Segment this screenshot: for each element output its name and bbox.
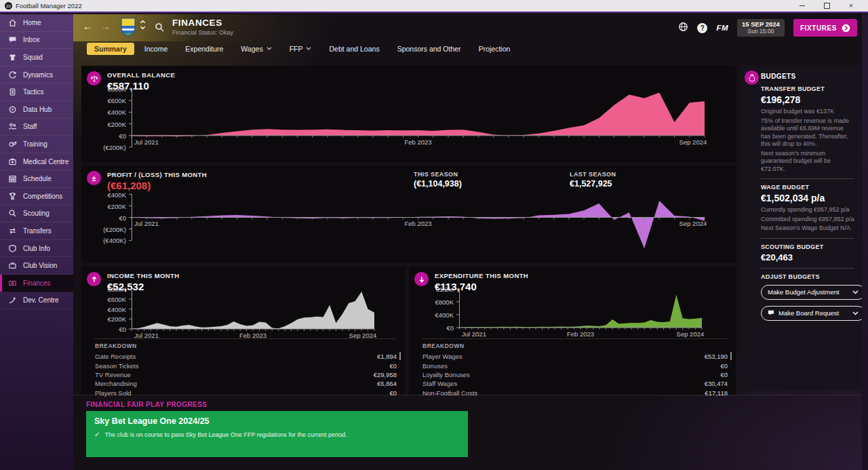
search-icon[interactable] (155, 22, 165, 35)
sidebar-item-tactics[interactable]: Tactics (0, 83, 73, 101)
expenditure-breakdown-scrollbar[interactable] (730, 352, 732, 360)
overall-balance-chart: €800K€600K€400K€200K€0(€200K)Jul 2021Feb… (91, 89, 709, 158)
sidebar-item-scouting[interactable]: Scouting (0, 205, 73, 223)
make-budget-adjustment-button[interactable]: Make Budget Adjustment (761, 285, 865, 300)
wage-budget-label: WAGE BUDGET (761, 184, 854, 191)
divider (761, 238, 854, 239)
income-breakdown-scrollbar[interactable] (399, 352, 401, 360)
club-crest[interactable] (121, 18, 136, 39)
chevron-down-icon (306, 47, 311, 50)
tab-label: FFP (290, 45, 303, 53)
sidebar-item-transfers[interactable]: Transfers (0, 222, 73, 240)
budget-note: Original budget was €137K (761, 108, 854, 116)
close-button[interactable]: × (839, 0, 863, 12)
tab-expenditure[interactable]: Expenditure (178, 43, 231, 55)
sidebar-item-staff[interactable]: Staff (0, 119, 73, 136)
divider (761, 178, 854, 179)
sidebar-item-label: Squad (23, 54, 43, 61)
sidebar-item-finances[interactable]: Finances (0, 275, 73, 292)
x-axis-tick-label: Sep 2024 (679, 220, 707, 227)
income_monthly-plot (132, 286, 376, 337)
income-breakdown-label: BREAKDOWN (95, 342, 397, 349)
this-season-value: (€1,104,938) (414, 179, 462, 189)
y-axis-tick-label: €200K (91, 203, 126, 210)
breakdown-item-name: Player Wages (422, 353, 462, 360)
sidebar-item-label: Transfers (23, 227, 52, 235)
sidebar-item-label: Medical Centre (23, 158, 68, 165)
finances-icon (8, 279, 18, 288)
breakdown-item-value: €0 (389, 362, 397, 370)
x-axis-tick-label: Feb 2023 (567, 330, 594, 338)
profit-month-label: PROFIT / (LOSS) THIS MONTH (107, 171, 207, 178)
tab-label: Projection (479, 45, 511, 53)
sidebar-item-club-vision[interactable]: Club Vision (0, 257, 73, 275)
budget-note: Next season's minimum guaranteed budget … (761, 150, 854, 174)
transfer-budget-label: TRANSFER BUDGET (761, 85, 854, 92)
tab-summary[interactable]: Summary (87, 43, 134, 55)
tab-income[interactable]: Income (137, 43, 175, 55)
last-season-value: €1,527,925 (570, 179, 616, 189)
breakdown-item-value: €0 (389, 389, 397, 397)
ffp-heading: FINANCIAL FAIR PLAY PROGRESS (86, 401, 207, 408)
fixtures-label: FIXTURES (800, 24, 837, 32)
tactics-icon (8, 87, 18, 96)
tab-sponsors-and-other[interactable]: Sponsors and Other (390, 43, 469, 55)
x-axis-tick-label: Jul 2021 (462, 330, 486, 338)
tab-label: Expenditure (185, 45, 223, 53)
sidebar-item-squad[interactable]: Squad (0, 49, 73, 66)
scouting-icon (8, 209, 18, 218)
x-axis-tick-label: Feb 2023 (404, 138, 431, 146)
maximize-button[interactable] (814, 0, 839, 12)
breakdown-item-value: €0 (720, 371, 728, 378)
sidebar-item-label: Competitions (23, 193, 62, 200)
tab-debt-and-loans[interactable]: Debt and Loans (321, 43, 387, 55)
sidebar-item-label: Dynamics (23, 71, 53, 79)
breakdown-row: Loyalty Bonuses€0 (422, 370, 728, 379)
chevron-down-icon (140, 26, 146, 30)
sidebar-item-dynamics[interactable]: Dynamics (0, 66, 73, 84)
chevron-down-icon (852, 290, 859, 294)
overall-balance-label: OVERALL BALANCE (107, 71, 175, 79)
page-title: FINANCES (172, 18, 233, 28)
this-season-label: THIS SEASON (414, 171, 462, 178)
minimize-button[interactable] (790, 0, 814, 12)
fm-logo[interactable]: FM (716, 24, 728, 32)
sidebar-item-label: Club Info (23, 245, 50, 252)
sidebar-item-home[interactable]: Home (0, 14, 73, 32)
crest-stepper[interactable] (140, 20, 146, 30)
back-arrow-icon[interactable]: ← (83, 20, 93, 32)
forward-arrow-icon[interactable]: → (100, 20, 111, 32)
page-title-block: FINANCES Financial Status: Okay (172, 18, 233, 36)
breakdown-item-name: Staff Wages (422, 380, 457, 387)
tab-wages[interactable]: Wages (233, 43, 279, 55)
minimize-icon (800, 5, 805, 6)
sidebar-item-dev-centre[interactable]: Dev. Centre (0, 292, 73, 310)
breakdown-row: Players Sold€0 (95, 389, 397, 397)
tab-projection[interactable]: Projection (471, 43, 518, 55)
help-icon[interactable]: ? (697, 23, 707, 33)
y-axis-tick-label: €600K (91, 97, 126, 104)
tab-ffp[interactable]: FFP (282, 43, 319, 55)
x-axis-tick-label: Jul 2021 (134, 220, 159, 227)
sidebar-item-data-hub[interactable]: Data Hub (0, 101, 73, 119)
window-controls: × (790, 0, 863, 12)
window-titlebar: 22 Football Manager 2022 × (0, 0, 868, 12)
breakdown-item-value: €17,118 (705, 389, 728, 397)
sidebar-item-club-info[interactable]: Club Info (0, 240, 73, 258)
sidebar-item-competitions[interactable]: Competitions (0, 188, 73, 205)
y-axis-tick-label: (€400K) (91, 237, 126, 244)
app-body: HomeInboxSquadDynamicsTacticsData HubSta… (0, 12, 868, 470)
finances-tabbar: SummaryIncomeExpenditureWagesFFPDebt and… (73, 41, 868, 56)
sidebar-item-label: Data Hub (23, 106, 52, 113)
make-board-request-button[interactable]: Make Board Request (761, 306, 865, 321)
window-title: Football Manager 2022 (16, 2, 82, 9)
sidebar-item-schedule[interactable]: Schedule (0, 170, 73, 188)
game-date[interactable]: 15 SEP 2024 Sun 15:00 (737, 19, 785, 37)
fixtures-button[interactable]: FIXTURES (793, 19, 857, 37)
sidebar-item-inbox[interactable]: Inbox (0, 32, 73, 50)
sidebar-item-training[interactable]: Training (0, 136, 73, 153)
maximize-icon (824, 3, 830, 9)
sidebar-item-medical-centre[interactable]: Medical Centre (0, 153, 73, 171)
world-icon[interactable] (678, 22, 688, 35)
ffp-status-text: The club is on course to pass Sky Bet Le… (104, 431, 347, 438)
